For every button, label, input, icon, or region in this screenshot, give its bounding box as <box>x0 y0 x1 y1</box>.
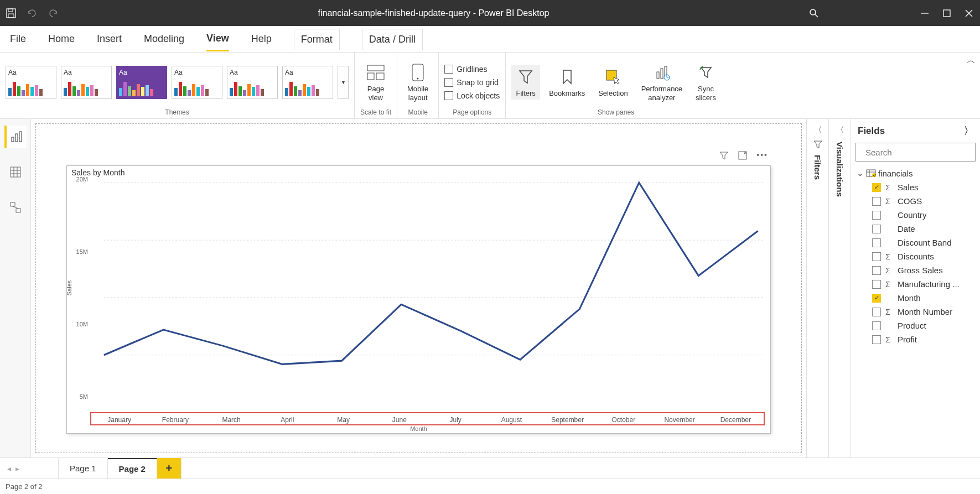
bookmarks-button[interactable]: Bookmarks <box>545 65 589 100</box>
performance-analyzer-button[interactable]: Performance analyzer <box>637 60 687 104</box>
svg-rect-21 <box>19 132 22 142</box>
save-icon[interactable] <box>6 8 17 19</box>
field-discount-band[interactable]: Discount Band <box>853 236 978 249</box>
tab-add[interactable]: + <box>157 458 182 479</box>
chart-visual[interactable]: ••• Sales by Month Sales 5M10M15M20M Jan… <box>66 165 771 434</box>
field-checkbox[interactable] <box>872 225 881 233</box>
field-checkbox[interactable]: ✓ <box>872 294 881 303</box>
snap-checkbox[interactable]: Snap to grid <box>444 78 499 87</box>
field-checkbox[interactable] <box>872 308 881 316</box>
field-checkbox[interactable] <box>872 280 881 289</box>
visual-filter-icon[interactable] <box>719 150 729 160</box>
menu-datadrill[interactable]: Data / Drill <box>362 29 423 50</box>
theme-tile-1[interactable]: Aa <box>6 66 56 99</box>
svg-rect-16 <box>661 69 663 79</box>
tab-prev-icon: ◂ <box>7 464 11 473</box>
undo-icon[interactable] <box>27 8 38 19</box>
collapse-ribbon-icon[interactable]: ︿ <box>967 55 976 66</box>
fields-table-financials[interactable]: ⌄ financials <box>853 166 978 180</box>
visual-focus-icon[interactable] <box>738 150 748 160</box>
theme-tile-6[interactable]: Aa <box>282 66 333 99</box>
left-rail <box>0 119 31 457</box>
chevron-right-icon[interactable]: 〉 <box>964 124 973 137</box>
theme-tile-3[interactable]: Aa <box>116 66 167 99</box>
chart-xlabel: Month <box>410 425 427 432</box>
field-month[interactable]: ✓Month <box>853 291 978 305</box>
field-month-number[interactable]: ΣMonth Number <box>853 305 978 319</box>
visual-more-icon[interactable]: ••• <box>756 150 768 160</box>
svg-rect-10 <box>367 73 374 80</box>
tab-page1[interactable]: Page 1 <box>59 458 108 479</box>
field-date[interactable]: Date <box>853 222 978 236</box>
page-view-button[interactable]: Page view <box>361 60 390 104</box>
redo-icon[interactable] <box>48 8 59 19</box>
tab-page2[interactable]: Page 2 <box>108 458 157 479</box>
field-label: Sales <box>898 183 919 192</box>
svg-point-13 <box>417 77 419 79</box>
search-icon[interactable] <box>808 8 820 19</box>
page-tabs: ◂▸ Page 1 Page 2 + <box>0 457 980 479</box>
theme-tile-4[interactable]: Aa <box>172 66 222 99</box>
lock-checkbox[interactable]: Lock objects <box>444 91 500 100</box>
scale-label: Scale to fit <box>360 108 391 117</box>
mobile-layout-button[interactable]: Mobile layout <box>403 60 433 104</box>
field-sales[interactable]: ✓ΣSales <box>853 180 978 194</box>
menu-view[interactable]: View <box>206 27 229 51</box>
filters-pane-collapsed[interactable]: 〈 Filters <box>806 119 828 457</box>
side-panels: 〈 Filters 〈 Visualizations Fields 〉 ⌄ fi… <box>806 119 980 457</box>
theme-dropdown[interactable]: ▾ <box>338 66 349 99</box>
data-view-icon[interactable] <box>4 161 27 183</box>
field-checkbox[interactable]: ✓ <box>872 183 881 192</box>
field-checkbox[interactable] <box>872 321 881 330</box>
field-product[interactable]: Product <box>853 319 978 332</box>
field-label: Profit <box>898 335 917 344</box>
field-cogs[interactable]: ΣCOGS <box>853 194 978 208</box>
tab-nav[interactable]: ◂▸ <box>0 464 27 473</box>
svg-rect-27 <box>11 202 15 206</box>
field-checkbox[interactable] <box>872 197 881 206</box>
field-profit[interactable]: ΣProfit <box>853 332 978 346</box>
chevron-left-icon: 〈 <box>813 124 822 136</box>
minimize-icon[interactable] <box>919 8 930 19</box>
filters-pane-button[interactable]: Filters <box>511 65 540 100</box>
report-page[interactable]: ••• Sales by Month Sales 5M10M15M20M Jan… <box>35 123 802 453</box>
gridlines-checkbox[interactable]: Gridlines <box>444 65 487 74</box>
fields-search[interactable] <box>855 143 976 162</box>
field-discounts[interactable]: ΣDiscounts <box>853 249 978 263</box>
field-checkbox[interactable] <box>872 252 881 261</box>
field-checkbox[interactable] <box>872 335 881 344</box>
svg-rect-2 <box>8 14 14 18</box>
maximize-icon[interactable] <box>941 8 952 19</box>
sync-slicers-button[interactable]: Sync slicers <box>691 60 720 104</box>
status-text: Page 2 of 2 <box>6 482 43 491</box>
statusbar: Page 2 of 2 <box>0 479 980 494</box>
model-view-icon[interactable] <box>4 196 27 219</box>
canvas-area[interactable]: ••• Sales by Month Sales 5M10M15M20M Jan… <box>31 119 806 457</box>
report-view-icon[interactable] <box>4 126 27 148</box>
theme-tile-2[interactable]: Aa <box>61 66 112 99</box>
visual-header-icons: ••• <box>719 150 768 160</box>
svg-rect-20 <box>15 134 18 142</box>
field-gross-sales[interactable]: ΣGross Sales <box>853 263 978 277</box>
field-label: Manufacturing ... <box>898 279 960 289</box>
menu-file[interactable]: File <box>10 28 26 50</box>
menu-help[interactable]: Help <box>251 28 272 50</box>
field-checkbox[interactable] <box>872 238 881 247</box>
fields-list: ⌄ financials ✓ΣSalesΣCOGSCountryDateDisc… <box>851 162 980 457</box>
tab-next-icon: ▸ <box>15 464 19 473</box>
sigma-icon: Σ <box>885 280 893 289</box>
field-country[interactable]: Country <box>853 208 978 222</box>
visualizations-pane-collapsed[interactable]: 〈 Visualizations <box>828 119 851 457</box>
svg-rect-22 <box>11 167 20 177</box>
menu-insert[interactable]: Insert <box>97 28 122 50</box>
close-icon[interactable] <box>963 8 974 19</box>
theme-tile-5[interactable]: Aa <box>227 66 278 99</box>
fields-search-input[interactable] <box>865 148 971 157</box>
menu-modeling[interactable]: Modeling <box>144 28 184 50</box>
field-checkbox[interactable] <box>872 211 881 220</box>
field-manufacturing-[interactable]: ΣManufacturing ... <box>853 277 978 291</box>
selection-button[interactable]: Selection <box>594 65 632 100</box>
field-checkbox[interactable] <box>872 266 881 275</box>
menu-home[interactable]: Home <box>48 28 75 50</box>
menu-format[interactable]: Format <box>294 29 340 50</box>
